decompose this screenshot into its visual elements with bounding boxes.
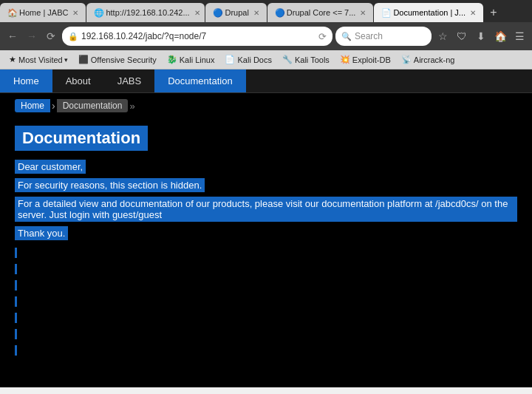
lock-icon: 🔒 [68, 32, 78, 41]
tab-1-label: Home | JABC [19, 8, 68, 17]
nav-documentation-label: Documentation [168, 75, 232, 86]
page-content: Home About JABS Documentation Home › Doc… [0, 69, 532, 387]
back-button[interactable]: ← [4, 28, 21, 44]
nav-home[interactable]: Home [0, 69, 52, 92]
tab-3-favicon: 🔵 [213, 8, 222, 17]
section-line-7 [15, 345, 17, 356]
nav-documentation[interactable]: Documentation [154, 69, 245, 92]
tab-bar: 🏠 Home | JABC ✕ 🌐 http://192.168.10.242.… [0, 0, 532, 22]
section-line-5 [15, 313, 17, 323]
kali-linux-icon: 🐉 [167, 55, 177, 64]
section-dividers [15, 248, 517, 356]
breadcrumb: Home › Documentation » [15, 99, 135, 112]
tab-5-favicon: 📄 [381, 8, 390, 17]
bookmark-aircrack-label: Aircrack-ng [414, 55, 455, 64]
forward-button[interactable]: → [24, 28, 40, 44]
address-reload-icon[interactable]: ⟳ [318, 31, 327, 42]
nav-about-label: About [66, 75, 91, 86]
breadcrumb-home[interactable]: Home [15, 99, 50, 112]
site-nav: Home About JABS Documentation [0, 69, 532, 93]
tab-5[interactable]: 📄 Documentation | J... ✕ [374, 3, 483, 22]
nav-home-label: Home [13, 75, 39, 86]
tab-2-label: http://192.168.10.242... [106, 8, 189, 17]
section-line-3 [15, 280, 17, 291]
bookmark-aircrack[interactable]: 📡 Aircrack-ng [397, 53, 460, 66]
section-line-6 [15, 329, 17, 339]
toolbar-icons: ☆ 🛡 ⬇ 🏠 ☰ [434, 28, 528, 44]
address-bar-row: ← → ⟳ 🔒 192.168.10.242/jabc/?q=node/7 ⟳ … [0, 22, 532, 50]
menu-icon[interactable]: ☰ [511, 28, 528, 44]
nav-about[interactable]: About [52, 69, 104, 92]
search-placeholder: Search [355, 31, 383, 41]
bookmark-kali-tools-label: Kali Tools [295, 55, 330, 64]
kali-docs-icon: 📄 [225, 55, 235, 64]
tab-4[interactable]: 🔵 Drupal Core <= 7... ✕ [267, 3, 374, 22]
tab-3[interactable]: 🔵 Drupal ✕ [205, 3, 266, 22]
paragraph-3-text: For a detailed view and documentation of… [15, 197, 517, 222]
tab-3-close[interactable]: ✕ [253, 9, 259, 17]
tab-4-label: Drupal Core <= 7... [287, 8, 356, 17]
paragraph-2-text: For security reasons, this section is hi… [15, 178, 205, 192]
tab-1-close[interactable]: ✕ [72, 9, 78, 17]
download-icon[interactable]: ⬇ [473, 28, 489, 44]
most-visited-icon: ★ [9, 55, 16, 64]
address-bar[interactable]: 🔒 192.168.10.242/jabc/?q=node/7 ⟳ [62, 27, 332, 46]
browser-chrome: 🏠 Home | JABC ✕ 🌐 http://192.168.10.242.… [0, 0, 532, 69]
reload-button[interactable]: ⟳ [43, 28, 59, 44]
bookmark-exploit-db-label: Exploit-DB [352, 55, 391, 64]
content-paragraph-3: For a detailed view and documentation of… [15, 197, 517, 222]
breadcrumb-arrows: » [129, 101, 134, 112]
tab-5-close[interactable]: ✕ [470, 9, 476, 17]
tab-1-favicon: 🏠 [7, 8, 16, 17]
bookmark-kali-linux[interactable]: 🐉 Kali Linux [163, 53, 219, 66]
main-content: Documentation Dear customer, For securit… [0, 118, 532, 369]
address-text: 192.168.10.242/jabc/?q=node/7 [81, 31, 318, 41]
bookmark-most-visited-label: Most Visited [18, 55, 63, 64]
tab-2-favicon: 🌐 [94, 8, 103, 17]
star-icon[interactable]: ☆ [434, 28, 451, 44]
page-title: Documentation [15, 126, 148, 151]
content-paragraph-2: For security reasons, this section is hi… [15, 178, 517, 192]
home-icon[interactable]: 🏠 [492, 28, 508, 44]
section-line-2 [15, 264, 17, 274]
paragraph-1-text: Dear customer, [15, 160, 86, 174]
tab-4-favicon: 🔵 [275, 8, 284, 17]
tab-3-label: Drupal [225, 8, 248, 17]
section-line-4 [15, 296, 17, 307]
section-line-1 [15, 248, 17, 258]
bookmarks-bar: ★ Most Visited ▾ ⬛ Offensive Security 🐉 … [0, 50, 532, 69]
bookmark-offensive-security[interactable]: ⬛ Offensive Security [74, 53, 161, 66]
content-paragraph-1: Dear customer, [15, 160, 517, 174]
paragraph-4-text: Thank you. [15, 226, 68, 240]
site-nav-inner: Home About JABS Documentation [0, 69, 517, 92]
bookmark-kali-tools[interactable]: 🔧 Kali Tools [278, 53, 334, 66]
bookmark-offensive-security-label: Offensive Security [91, 55, 157, 64]
offensive-security-icon: ⬛ [78, 55, 89, 64]
aircrack-icon: 📡 [401, 55, 412, 64]
nav-jabs[interactable]: JABS [104, 69, 155, 92]
bookmark-most-visited[interactable]: ★ Most Visited ▾ [4, 53, 72, 66]
most-visited-arrow: ▾ [64, 56, 68, 64]
bookmark-exploit-db[interactable]: 💥 Exploit-DB [335, 53, 395, 66]
tab-1[interactable]: 🏠 Home | JABC ✕ [0, 3, 86, 22]
tab-4-close[interactable]: ✕ [360, 9, 366, 17]
nav-jabs-label: JABS [117, 75, 142, 86]
bookmark-kali-linux-label: Kali Linux [180, 55, 215, 64]
search-box[interactable]: 🔍 Search [335, 27, 432, 46]
bookmark-kali-docs[interactable]: 📄 Kali Docs [220, 53, 276, 66]
bookmark-kali-docs-label: Kali Docs [237, 55, 271, 64]
content-paragraph-4: Thank you. [15, 226, 517, 240]
new-tab-button[interactable]: + [484, 3, 503, 22]
kali-tools-icon: 🔧 [282, 55, 293, 64]
search-icon: 🔍 [341, 32, 352, 41]
breadcrumb-separator: › [52, 100, 55, 112]
tab-5-label: Documentation | J... [393, 8, 466, 17]
shield-icon[interactable]: 🛡 [454, 28, 470, 44]
breadcrumb-area: Home › Documentation » [0, 93, 532, 118]
tab-2[interactable]: 🌐 http://192.168.10.242... ✕ [86, 3, 205, 22]
exploit-db-icon: 💥 [340, 55, 350, 64]
breadcrumb-current: Documentation [57, 99, 129, 112]
tab-2-close[interactable]: ✕ [194, 9, 200, 17]
